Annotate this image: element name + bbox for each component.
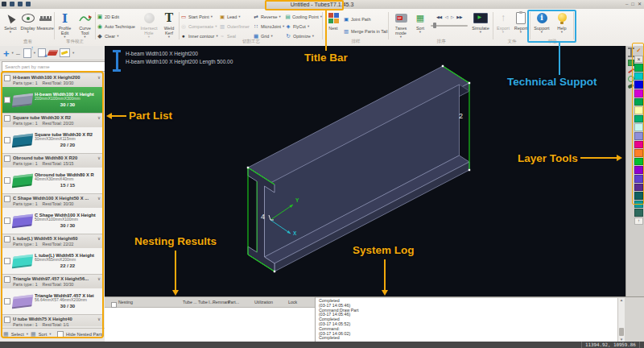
color-swatch[interactable] [634, 201, 643, 209]
part-item[interactable]: H-beam Width100 X Height 200mmX100mmX300… [2, 87, 102, 113]
chevron-down-icon[interactable] [97, 317, 101, 321]
chevron-down-icon[interactable] [97, 155, 101, 160]
color-swatch[interactable] [634, 64, 643, 72]
curve-tool-button[interactable]: Curve Tool [75, 10, 95, 43]
slider-thumb[interactable] [433, 23, 436, 28]
part-group-header[interactable]: Triangle Width97.457 X Height56... Parts… [2, 274, 102, 288]
chevron-down-icon[interactable] [97, 115, 101, 120]
checkbox[interactable] [4, 258, 10, 264]
part-group-header[interactable]: U tube Width75 X Height40 Parts type:: 1… [2, 314, 102, 326]
color-swatch[interactable] [634, 149, 643, 157]
layer-box-icon[interactable] [628, 60, 634, 66]
report-button[interactable]: Report [512, 10, 530, 43]
checkbox[interactable] [4, 196, 10, 202]
checkbox[interactable] [4, 177, 10, 184]
nesting-table-body[interactable] [105, 308, 315, 342]
color-swatch[interactable] [634, 184, 643, 192]
redo-icon[interactable] [26, 2, 31, 6]
chevron-down-icon[interactable] [97, 196, 101, 201]
undo-icon[interactable] [18, 2, 23, 6]
chevron-down-icon[interactable] [97, 236, 101, 241]
color-swatch[interactable] [634, 209, 643, 217]
help-button[interactable]: Help [552, 10, 572, 43]
search-input[interactable] [2, 61, 108, 72]
part-group-header[interactable]: Square tube Width30 X R2 Parts type:: 1R… [2, 113, 102, 127]
chevron-down-icon[interactable] [97, 75, 101, 80]
weld-kerf-button[interactable]: Weld Kerf [159, 10, 179, 43]
column-tube-l[interactable]: Tube l... [198, 300, 213, 304]
color-swatch[interactable] [634, 166, 643, 174]
start-point-button[interactable]: Start Point [180, 12, 219, 21]
part-group-header[interactable]: Obround tube Width80 X R20 Parts type:: … [2, 153, 102, 168]
column-lock[interactable]: Lock [288, 300, 297, 304]
fast-forward-icon[interactable]: ▶▶ [456, 14, 462, 19]
flycut-button[interactable]: FlyCut [285, 22, 322, 31]
part-item[interactable]: Triangle Width97.457 X Hei 56.64mmX57.46… [2, 288, 102, 314]
checkbox[interactable] [4, 236, 10, 242]
no-color-icon[interactable] [634, 56, 643, 64]
simulation-speed-slider[interactable] [431, 23, 468, 28]
system-log-panel[interactable]: Completed(03-17 14:05:46)Command:Draw Pa… [316, 298, 617, 342]
draw-line-icon[interactable] [628, 68, 634, 73]
profile-edit-button[interactable]: Profile Edit [55, 10, 75, 43]
merge-parts-button[interactable]: Merge Parts in Tail [343, 27, 388, 35]
part-group-header[interactable]: C Shape Width100 X Height50 X ... Parts … [2, 193, 102, 208]
color-swatch[interactable] [634, 89, 643, 97]
microjoint-button[interactable]: MicroJoint [253, 22, 285, 31]
checkbox[interactable] [4, 75, 10, 81]
close-icon[interactable]: ✕ [638, 2, 642, 6]
remove-part-icon[interactable] [16, 46, 21, 60]
checkbox[interactable] [4, 298, 10, 304]
import-part-icon[interactable] [23, 48, 31, 58]
checkbox[interactable] [4, 155, 10, 162]
checkbox[interactable] [4, 137, 10, 143]
support-button[interactable]: Support [531, 10, 552, 43]
color-swatch[interactable] [634, 175, 643, 183]
maximize-icon[interactable]: □ [631, 2, 634, 6]
color-swatch[interactable] [634, 98, 643, 106]
color-swatch[interactable] [634, 158, 643, 166]
measure-tool-icon[interactable] [628, 48, 634, 57]
checkbox[interactable] [4, 276, 10, 283]
add-part-icon[interactable] [3, 46, 10, 60]
clear-button[interactable]: Clear [97, 31, 138, 40]
part-group-header[interactable]: H-beam Width100 X Height200 Parts type::… [2, 72, 102, 87]
column-tube[interactable]: Tube ... [183, 300, 197, 304]
measure-button[interactable]: Measure [36, 10, 54, 43]
lead-button[interactable]: Lead [219, 12, 253, 21]
color-swatch[interactable] [634, 123, 643, 131]
color-swatch[interactable] [634, 132, 643, 140]
sort-menu[interactable]: Sort [39, 332, 47, 337]
new-part-icon[interactable] [38, 48, 46, 57]
checkbox[interactable] [4, 97, 10, 103]
pen-tool-icon[interactable] [627, 84, 634, 89]
column-nesting[interactable]: Nesting [118, 300, 133, 304]
scroll-up-icon[interactable]: ▲ [618, 298, 625, 303]
reverse-button[interactable]: Reverse [253, 12, 285, 21]
checkbox[interactable] [4, 317, 10, 323]
column-part[interactable]: Part... [228, 300, 239, 304]
minimize-icon[interactable]: – [625, 2, 628, 6]
7axes-mode-button[interactable]: 7axes mode [390, 10, 412, 43]
part-group-header[interactable]: L tube(L) Width65 X Height60 Parts type:… [2, 234, 102, 248]
checkbox[interactable] [4, 218, 10, 224]
part-item[interactable]: L tube(L) Width65 X Height 60mmX65mmX200… [2, 248, 102, 274]
part-item[interactable]: Obround tube Width80 X R 40mmX30mmX40mm … [2, 168, 102, 193]
color-swatch[interactable] [634, 115, 643, 123]
log-scrollbar[interactable]: ▲ ▼ [617, 298, 625, 342]
rewind-icon[interactable]: ◀◀ [436, 14, 442, 19]
select-menu[interactable]: Select [11, 332, 24, 337]
column-utilization[interactable]: Utilization [254, 300, 273, 304]
sort-button[interactable]: Sort [412, 10, 428, 43]
draw-circle-icon[interactable] [628, 76, 634, 82]
part-item[interactable]: Square tube Width30 X R2 30mmX30mmX115mm… [2, 127, 102, 153]
step-forward-icon[interactable]: ▷ [451, 14, 453, 19]
chevron-down-icon[interactable] [97, 276, 101, 281]
color-swatch[interactable] [634, 72, 643, 81]
color-swatch[interactable] [634, 141, 643, 149]
joint-path-button[interactable]: Joint Path [343, 14, 388, 23]
part-item[interactable]: C Shape Width100 X Height 50mmX100mmX100… [2, 208, 102, 234]
display-button[interactable]: Display [19, 10, 37, 43]
hide-nested-checkbox[interactable] [57, 331, 64, 338]
scrollbar-thumb[interactable] [619, 328, 624, 336]
